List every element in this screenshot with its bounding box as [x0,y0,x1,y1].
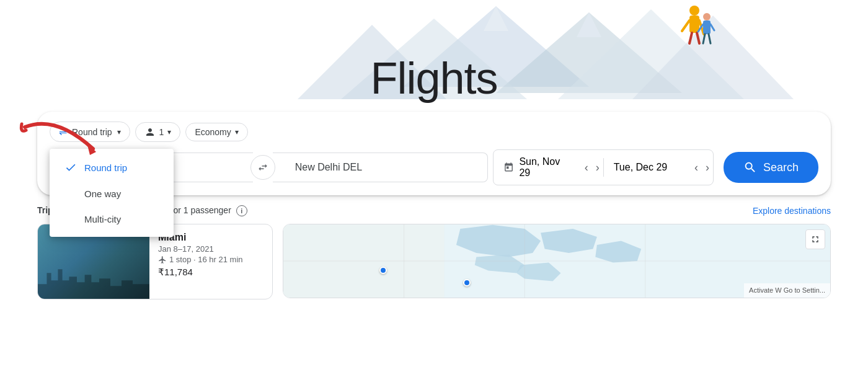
card-dates: Jan 8–17, 2021 [158,244,243,254]
svg-line-19 [703,34,705,43]
svg-line-13 [689,33,692,43]
swap-icon [257,162,268,173]
depart-next-button[interactable]: › [592,159,603,177]
depart-date-field[interactable]: Sun, Nov 29 [494,150,580,185]
svg-point-9 [689,6,699,16]
info-icon[interactable]: i [236,205,247,216]
return-next-button[interactable]: › [702,159,713,177]
cabin-label: Economy [195,127,231,137]
map-background: Activate W Go to Settin... [283,224,830,298]
hero-section: Flights [0,0,868,112]
search-box: ⇌ Round trip ▾ Round trip One way [37,112,831,195]
cabin-button[interactable]: Economy ▾ [185,123,247,141]
svg-line-14 [697,33,699,43]
svg-line-20 [709,34,711,43]
character-illustration [676,3,719,58]
trip-type-chevron: ▾ [117,128,121,136]
passengers-count: 1 [159,127,164,137]
search-controls-row: ⇌ Round trip ▾ Round trip One way [50,122,818,142]
date-section: Sun, Nov 29 ‹ › Tue, Dec 29 ‹ › [493,149,714,185]
dropdown-label-oneway: One way [84,188,121,199]
search-section: ⇌ Round trip ▾ Round trip One way [0,112,868,195]
card-stops: 1 stop · 16 hr 21 min [158,255,243,264]
dropdown-item-multicity[interactable]: Multi-city [50,206,174,232]
return-date-field[interactable]: Tue, Dec 29 [604,156,691,179]
svg-point-15 [703,13,711,20]
return-date-label: Tue, Dec 29 [614,162,668,173]
search-icon [743,161,757,174]
search-button[interactable]: Search [724,152,818,183]
expand-icon [810,234,820,244]
calendar-icon [503,162,514,173]
flight-icon [158,255,167,264]
svg-rect-16 [703,20,711,34]
passengers-button[interactable]: 1 ▾ [135,122,181,142]
depart-date-label: Sun, Nov 29 [519,156,570,179]
svg-line-18 [711,24,714,30]
svg-rect-10 [689,16,699,33]
map-card: Activate W Go to Settin... [283,224,831,298]
page-title: Flights [370,56,497,100]
destination-input[interactable] [273,153,489,182]
card-price: ₹11,784 [158,267,243,278]
dropdown-item-oneway[interactable]: One way [50,181,174,206]
watermark: Activate W Go to Settin... [744,283,830,298]
passengers-chevron: ▾ [167,128,171,136]
svg-line-11 [682,20,689,31]
explore-destinations-link[interactable]: Explore destinations [753,206,831,216]
map-expand-button[interactable] [805,229,825,249]
person-icon [144,126,156,138]
cabin-chevron: ▾ [235,128,239,136]
search-button-label: Search [763,161,799,174]
card-stops-text: 1 stop · 16 hr 21 min [169,255,243,264]
arrow-annotation [19,121,105,173]
swap-button[interactable] [250,155,275,180]
depart-prev-button[interactable]: ‹ [581,159,592,177]
dropdown-label-multicity: Multi-city [84,214,121,224]
return-prev-button[interactable]: ‹ [691,159,702,177]
